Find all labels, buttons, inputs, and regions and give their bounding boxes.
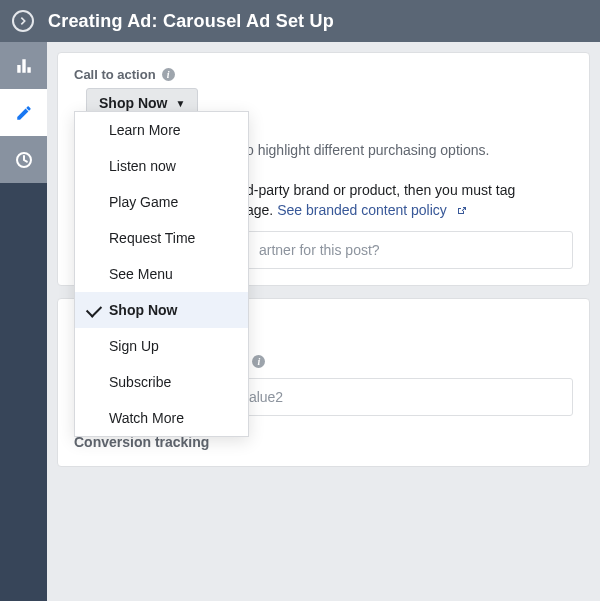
branded-partner-input[interactable]: artner for this post?: [246, 231, 573, 269]
cta-option[interactable]: Learn More: [75, 112, 248, 148]
cta-option[interactable]: Listen now: [75, 148, 248, 184]
branded-policy-link[interactable]: See branded content policy: [277, 202, 447, 218]
cta-option[interactable]: See Menu: [75, 256, 248, 292]
info-icon[interactable]: i: [162, 68, 175, 81]
sidebar-tab-edit[interactable]: [0, 89, 47, 136]
sidebar-tab-results[interactable]: [0, 42, 47, 89]
header-chevron-icon[interactable]: [12, 10, 34, 32]
sidebar: [0, 42, 47, 601]
cta-option[interactable]: Sign Up: [75, 328, 248, 364]
sidebar-tab-history[interactable]: [0, 136, 47, 183]
external-link-icon: [455, 205, 467, 217]
cta-option[interactable]: Request Time: [75, 220, 248, 256]
cta-option[interactable]: Watch More: [75, 400, 248, 436]
header-bar: Creating Ad: Carousel Ad Set Up: [0, 0, 600, 42]
cta-dropdown-menu: Learn More Listen now Play Game Request …: [74, 111, 249, 437]
cta-card: Call to action i Shop Now ▼ Learn More L…: [57, 52, 590, 286]
cta-option[interactable]: Subscribe: [75, 364, 248, 400]
caret-down-icon: ▼: [175, 98, 185, 109]
cta-option[interactable]: Shop Now: [75, 292, 248, 328]
info-icon[interactable]: i: [252, 355, 265, 368]
cta-selected-value: Shop Now: [99, 95, 167, 111]
page-title: Creating Ad: Carousel Ad Set Up: [48, 11, 334, 32]
cta-label: Call to action: [74, 67, 156, 82]
cta-option[interactable]: Play Game: [75, 184, 248, 220]
